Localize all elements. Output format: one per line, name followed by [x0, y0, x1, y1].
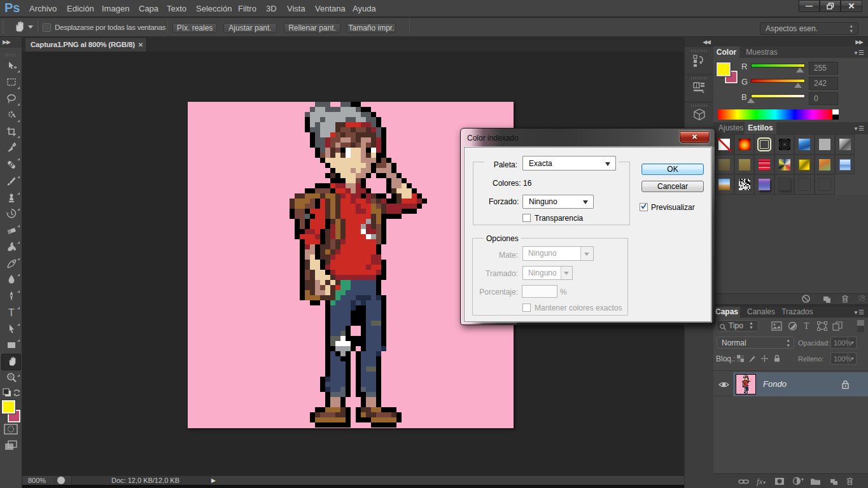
- svg-text:T: T: [8, 307, 15, 318]
